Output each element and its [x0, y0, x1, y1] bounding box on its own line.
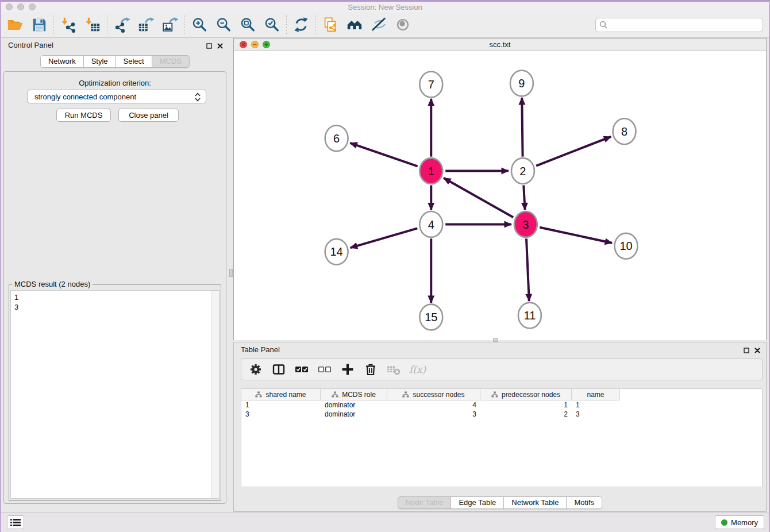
edge-4-14[interactable]	[351, 228, 418, 248]
tab-select[interactable]: Select	[116, 55, 152, 68]
search-input[interactable]	[595, 18, 763, 32]
table-panel: Table Panel	[233, 342, 767, 512]
network-view-window: scc.txt 7968124314101511	[233, 38, 767, 340]
task-history-button[interactable]	[7, 515, 24, 529]
zoom-out-icon[interactable]	[214, 16, 233, 34]
svg-text:7: 7	[428, 78, 434, 91]
open-session-icon[interactable]	[6, 16, 24, 34]
window-title: Session: New Session	[1, 3, 769, 11]
edge-3-10[interactable]	[540, 228, 612, 243]
memory-status-icon	[721, 519, 727, 526]
export-image-icon[interactable]	[161, 16, 179, 34]
table-tab-motifs[interactable]: Motifs	[566, 496, 602, 509]
cell-successor-nodes: 3	[387, 410, 480, 419]
graph-node-10[interactable]: 10	[615, 233, 638, 259]
search-icon	[599, 21, 608, 32]
cell-successor-nodes: 4	[387, 400, 480, 410]
show-all-icon[interactable]	[394, 16, 412, 34]
graph-node-4[interactable]: 4	[419, 211, 442, 237]
column-header-mcds-role[interactable]: MCDS role	[321, 389, 387, 400]
save-session-icon[interactable]	[30, 16, 48, 34]
svg-text:11: 11	[524, 309, 536, 322]
table-row[interactable]: 3dominator323	[241, 410, 762, 419]
refresh-view-icon[interactable]	[292, 16, 310, 34]
network-canvas[interactable]: 7968124314101511	[234, 51, 766, 340]
close-table-panel-icon[interactable]	[754, 345, 760, 356]
export-network-icon[interactable]	[113, 16, 131, 34]
float-table-panel-icon[interactable]	[744, 345, 749, 356]
graph-node-15[interactable]: 15	[419, 304, 442, 330]
svg-text:8: 8	[621, 125, 627, 138]
edge-2-3[interactable]	[523, 186, 525, 210]
result-scrollbar[interactable]	[211, 291, 219, 498]
tab-style[interactable]: Style	[83, 55, 116, 68]
edge-1-6[interactable]	[350, 143, 417, 167]
delete-table-icon[interactable]	[386, 362, 401, 377]
tab-mcds[interactable]: MCDS	[152, 55, 190, 68]
control-panel-title: Control Panel	[8, 41, 53, 49]
run-mcds-button[interactable]: Run MCDS	[56, 109, 111, 122]
edge-3-1[interactable]	[444, 178, 513, 217]
import-network-icon[interactable]	[59, 16, 78, 34]
vertical-splitter[interactable]	[229, 38, 233, 512]
close-panel-button[interactable]: Close panel	[118, 109, 179, 122]
tab-network[interactable]: Network	[40, 55, 84, 68]
table-tab-edge-table[interactable]: Edge Table	[451, 496, 504, 509]
column-header-shared-name[interactable]: shared name	[241, 389, 321, 400]
table-body: 1dominator4113dominator323	[241, 400, 762, 419]
graph-node-14[interactable]: 14	[325, 239, 348, 265]
column-header-successor-nodes[interactable]: successor nodes	[387, 389, 480, 400]
cell-predecessor-nodes: 1	[480, 400, 572, 410]
close-panel-icon[interactable]	[217, 41, 223, 51]
create-column-icon[interactable]	[340, 362, 355, 377]
deselect-all-icon[interactable]	[317, 362, 332, 377]
select-all-icon[interactable]	[294, 362, 309, 377]
zoom-selected-icon[interactable]	[263, 16, 281, 34]
graph-node-3[interactable]: 3	[514, 211, 537, 237]
graph-node-1[interactable]: 1	[419, 158, 442, 184]
graph-node-11[interactable]: 11	[518, 303, 541, 329]
cell-shared-name: 3	[241, 410, 321, 419]
table-tab-network-table[interactable]: Network Table	[503, 496, 567, 509]
search-box	[595, 18, 763, 32]
float-panel-icon[interactable]	[206, 41, 212, 51]
zoom-in-icon[interactable]	[190, 16, 209, 34]
zoom-fit-icon[interactable]	[238, 16, 257, 34]
column-type-icon	[255, 391, 262, 398]
column-header-predecessor-nodes[interactable]: predecessor nodes	[480, 389, 572, 400]
settings-icon[interactable]	[248, 362, 263, 377]
column-type-icon	[402, 391, 409, 398]
node-table: shared nameMCDS rolesuccessor nodesprede…	[241, 388, 763, 487]
memory-button[interactable]: Memory	[715, 515, 764, 529]
table-row[interactable]: 1dominator411	[241, 400, 762, 410]
import-table-icon[interactable]	[83, 16, 102, 34]
edge-3-11[interactable]	[526, 238, 529, 301]
mcds-result-group: MCDS result (2 nodes) 1 3	[9, 284, 221, 501]
cell-mcds-role: dominator	[321, 400, 387, 410]
mcds-result-text[interactable]: 1 3	[11, 291, 211, 498]
delete-columns-icon[interactable]	[363, 362, 378, 377]
control-panel: Control Panel NetworkStyleSelectMCDS Opt…	[1, 38, 229, 512]
status-bar: Memory	[1, 512, 769, 532]
column-header-name[interactable]: name	[572, 389, 620, 400]
first-neighbors-icon[interactable]	[345, 16, 364, 34]
graph-node-8[interactable]: 8	[613, 118, 636, 144]
column-type-icon	[491, 391, 498, 398]
table-header: shared nameMCDS rolesuccessor nodesprede…	[241, 389, 762, 400]
edge-2-9[interactable]	[522, 98, 522, 157]
window-titlebar: Session: New Session	[1, 2, 769, 12]
criterion-select[interactable]: strongly connected component	[27, 90, 206, 103]
table-tab-node-table[interactable]: Node Table	[398, 496, 452, 509]
graph-node-2[interactable]: 2	[511, 158, 534, 184]
hide-selected-icon[interactable]	[369, 16, 388, 34]
clone-network-icon[interactable]	[321, 16, 340, 34]
table-toolbar: f(x)	[241, 358, 763, 380]
show-columns-icon[interactable]	[271, 362, 286, 377]
export-table-icon[interactable]	[137, 16, 155, 34]
memory-label: Memory	[731, 518, 758, 527]
graph-node-6[interactable]: 6	[325, 125, 348, 151]
graph-node-7[interactable]: 7	[419, 71, 442, 97]
apply-function-icon[interactable]: f(x)	[409, 364, 426, 375]
graph-node-9[interactable]: 9	[510, 70, 533, 96]
edge-2-8[interactable]	[536, 137, 611, 166]
